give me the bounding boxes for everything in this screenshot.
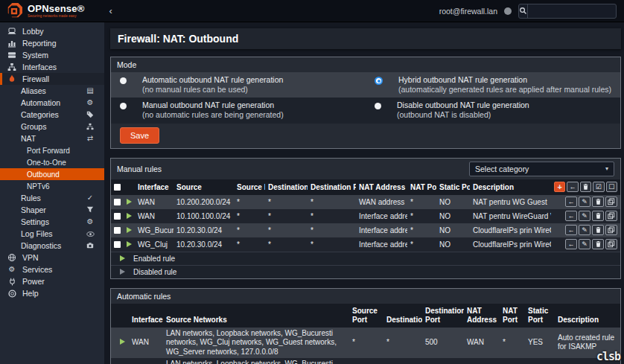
mode-option-disable[interactable]: Disable outbound NAT rule generation (ou… — [366, 98, 620, 123]
manual-rule-row[interactable]: WG_Cluj 10.20.30.0/24 * * * Interface ad… — [111, 237, 620, 252]
sidebar-item-services[interactable]: ⚙ Services — [0, 264, 104, 275]
cell-source-port: * — [234, 195, 265, 209]
sidebar-collapse-icon[interactable]: ‹ — [109, 6, 112, 16]
move-rule-button[interactable]: ← — [565, 197, 577, 207]
mode-panel-header: Mode — [111, 57, 620, 72]
search-input[interactable] — [528, 4, 617, 18]
move-rule-button[interactable]: ← — [565, 239, 577, 249]
sidebar-item-rules[interactable]: Rules ✓ — [0, 192, 104, 204]
move-rule-button[interactable]: ← — [565, 211, 577, 221]
deselect-button[interactable]: ☐ — [606, 182, 617, 192]
edit-rule-button[interactable]: ✎ — [579, 197, 590, 207]
delete-rule-button[interactable] — [592, 197, 604, 207]
logged-in-user[interactable]: root@firewall.lan — [439, 7, 497, 16]
category-select[interactable]: Select category ▾ — [469, 162, 614, 176]
cell-source-port: * — [234, 237, 265, 252]
sidebar-item-categories[interactable]: Categories — [0, 109, 104, 121]
radio-unselected-icon[interactable] — [120, 103, 127, 109]
manual-rule-row[interactable]: WAN 10.200.200.0/24 * * * WAN address * … — [111, 195, 620, 209]
enabled-rule-icon[interactable] — [127, 213, 132, 219]
sidebar-item-automation[interactable]: Automation ⚙ — [0, 97, 104, 109]
enabled-rule-icon[interactable] — [127, 199, 132, 205]
column-header[interactable]: Interface — [135, 179, 173, 195]
enabled-rule-icon[interactable] — [127, 227, 132, 233]
sidebar-item-outbound[interactable]: Outbound — [0, 168, 104, 180]
delete-rule-button[interactable] — [592, 225, 604, 235]
column-header[interactable]: Static Port — [436, 179, 470, 195]
clone-rule-button[interactable] — [605, 211, 617, 221]
clone-rule-button[interactable] — [605, 239, 617, 249]
clone-rule-button[interactable] — [605, 197, 617, 207]
sidebar-item-firewall[interactable]: Firewall — [0, 73, 104, 85]
column-header[interactable]: Description — [470, 179, 551, 195]
radio-unselected-icon[interactable] — [120, 77, 127, 84]
column-header[interactable]: Destination — [265, 179, 308, 195]
delete-selected-button[interactable] — [580, 182, 591, 192]
opnsense-logo-icon[interactable] — [6, 3, 22, 19]
move-rule-button[interactable]: ← — [565, 225, 577, 235]
edit-rule-button[interactable]: ✎ — [579, 211, 590, 221]
enabled-rule-icon[interactable] — [127, 241, 132, 247]
cell-nat-port: * — [407, 195, 436, 209]
delete-rule-button[interactable] — [592, 239, 604, 249]
sidebar-item-lobby[interactable]: Lobby — [0, 25, 104, 37]
column-header[interactable]: Source — [173, 179, 234, 195]
column-header[interactable]: Destination Port — [308, 179, 356, 195]
cell-source-networks: LAN networks, Loopback networks, WG_Bucu… — [163, 358, 349, 364]
automatic-rules-table: Interface Source Networks Source Port De… — [111, 304, 620, 364]
manual-rule-row[interactable]: WAN 10.100.100.0/24 * * * Interface addr… — [111, 209, 620, 223]
clone-rule-button[interactable] — [605, 225, 617, 235]
sidebar-item-log-files[interactable]: Log Files — [0, 228, 104, 240]
user-status-dot[interactable] — [504, 7, 512, 15]
column-header[interactable]: Source Port — [234, 179, 265, 195]
add-rule-button[interactable]: + — [554, 182, 565, 192]
delete-rule-button[interactable] — [592, 211, 604, 221]
sidebar-item-port-forward[interactable]: Port Forward — [0, 144, 104, 156]
sidebar-item-reporting[interactable]: Reporting — [0, 37, 104, 49]
cell-destination-port: * — [422, 358, 464, 364]
sidebar-item-diagnostics[interactable]: Diagnostics — [0, 240, 104, 252]
sidebar-item-help[interactable]: Help — [0, 287, 104, 299]
sidebar-item-system[interactable]: System — [0, 49, 104, 61]
sidebar-item-interfaces[interactable]: Interfaces — [0, 61, 104, 73]
row-checkbox[interactable] — [114, 241, 121, 248]
mode-option-hybrid[interactable]: Hybrid outbound NAT rule generation (aut… — [366, 72, 620, 98]
plug-icon — [7, 278, 16, 286]
column-header: Static Port — [525, 304, 555, 328]
mode-option-manual[interactable]: Manual outbound NAT rule generation (no … — [111, 98, 366, 123]
sidebar-item-nptv6[interactable]: NPTv6 — [0, 180, 104, 192]
radio-unselected-icon[interactable] — [375, 103, 381, 109]
toggle-selected-button[interactable]: ☑ — [593, 182, 604, 192]
sidebar-item-groups[interactable]: Groups — [0, 121, 104, 132]
globe-icon — [7, 253, 16, 262]
column-header[interactable]: NAT Port — [407, 179, 436, 195]
edit-rule-button[interactable]: ✎ — [579, 239, 590, 249]
row-checkbox[interactable] — [114, 213, 121, 220]
column-header: Description — [555, 304, 620, 328]
sidebar-item-one-to-one[interactable]: One-to-One — [0, 156, 104, 168]
manual-rule-row[interactable]: WG_Bucuresti 10.20.30.0/24 * * * Interfa… — [111, 223, 620, 237]
edit-rule-button[interactable]: ✎ — [579, 225, 590, 235]
row-checkbox[interactable] — [114, 199, 121, 205]
sidebar-item-nat[interactable]: NAT ⇄ — [0, 132, 104, 144]
sidebar-item-shaper[interactable]: Shaper — [0, 204, 104, 216]
sidebar-item-vpn[interactable]: VPN — [0, 252, 104, 264]
search-box — [518, 4, 617, 19]
cell-source: 10.20.30.0/24 — [173, 223, 234, 237]
radio-selected-icon[interactable] — [375, 77, 383, 85]
mode-options: Automatic outbound NAT rule generation (… — [111, 72, 620, 124]
cell-nat-port: * — [500, 328, 525, 359]
mode-option-automatic[interactable]: Automatic outbound NAT rule generation (… — [111, 72, 366, 98]
column-header[interactable]: NAT Address — [356, 179, 407, 195]
legend-disabled-rule: Disabled rule — [111, 265, 620, 278]
save-button[interactable]: Save — [120, 127, 159, 144]
sidebar-item-aliases[interactable]: Aliases ▤ — [0, 85, 104, 97]
automatic-rule-row: WAN LAN networks, Loopback networks, WG_… — [111, 358, 620, 364]
select-all-checkbox[interactable] — [114, 184, 121, 191]
row-checkbox[interactable] — [114, 227, 121, 234]
move-selected-button[interactable]: ← — [567, 182, 578, 192]
sidebar-item-settings[interactable]: Settings ⚙ — [0, 216, 104, 228]
cell-static-port: NO — [525, 358, 555, 364]
sidebar-item-power[interactable]: Power — [0, 275, 104, 287]
cell-source-networks: LAN networks, Loopback networks, WG_Bucu… — [163, 328, 349, 359]
